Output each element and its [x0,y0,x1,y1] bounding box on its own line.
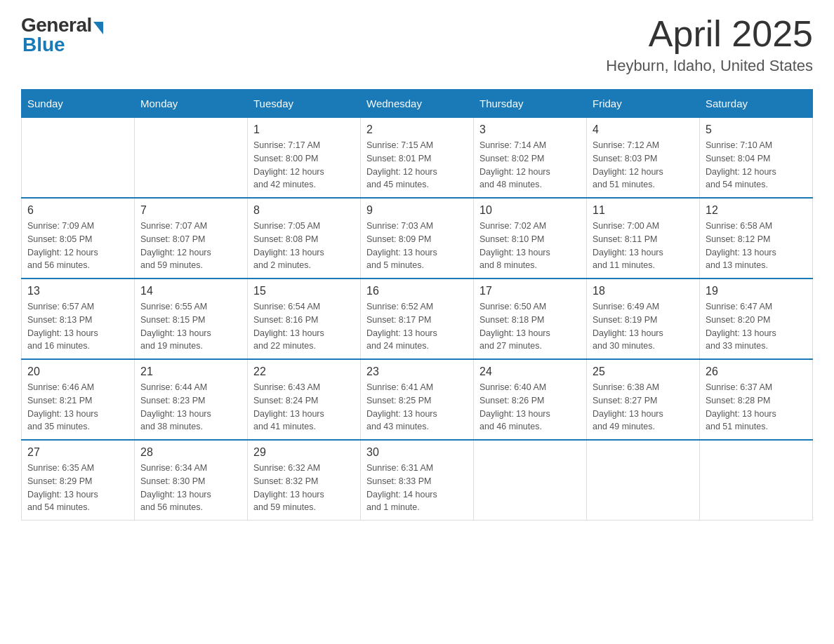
day-info: Sunrise: 6:40 AMSunset: 8:26 PMDaylight:… [479,381,581,434]
day-info: Sunrise: 6:50 AMSunset: 8:18 PMDaylight:… [479,300,581,353]
calendar-cell: 20Sunrise: 6:46 AMSunset: 8:21 PMDayligh… [22,359,135,440]
calendar-cell [474,440,587,521]
day-number: 11 [593,204,694,217]
calendar-cell: 18Sunrise: 6:49 AMSunset: 8:19 PMDayligh… [587,279,700,359]
calendar-cell: 16Sunrise: 6:52 AMSunset: 8:17 PMDayligh… [361,279,474,359]
calendar-header-monday: Monday [135,90,248,117]
day-info: Sunrise: 7:09 AMSunset: 8:05 PMDaylight:… [27,220,128,272]
day-info: Sunrise: 6:32 AMSunset: 8:32 PMDaylight:… [253,462,355,514]
day-number: 10 [479,204,581,217]
calendar-cell: 22Sunrise: 6:43 AMSunset: 8:24 PMDayligh… [248,359,361,440]
calendar-week-row-1: 1Sunrise: 7:17 AMSunset: 8:00 PMDaylight… [22,117,813,198]
calendar-week-row-2: 6Sunrise: 7:09 AMSunset: 8:05 PMDaylight… [22,198,813,279]
day-number: 24 [479,365,581,378]
calendar-cell: 30Sunrise: 6:31 AMSunset: 8:33 PMDayligh… [361,440,474,521]
calendar-cell [700,440,813,521]
day-number: 18 [593,285,694,297]
day-number: 23 [366,365,468,378]
day-number: 26 [706,365,807,378]
calendar-header-tuesday: Tuesday [248,90,361,117]
calendar-cell: 15Sunrise: 6:54 AMSunset: 8:16 PMDayligh… [248,279,361,359]
day-number: 9 [366,204,468,217]
day-number: 13 [27,285,128,297]
logo-arrow-icon [93,22,103,34]
calendar-cell: 1Sunrise: 7:17 AMSunset: 8:00 PMDaylight… [248,117,361,198]
day-number: 16 [366,285,468,297]
day-number: 27 [27,446,128,459]
day-info: Sunrise: 7:03 AMSunset: 8:09 PMDaylight:… [366,220,468,272]
day-number: 4 [593,123,694,136]
calendar-cell [135,117,248,198]
calendar-cell: 4Sunrise: 7:12 AMSunset: 8:03 PMDaylight… [587,117,700,198]
day-number: 29 [253,446,355,459]
calendar-cell: 14Sunrise: 6:55 AMSunset: 8:15 PMDayligh… [135,279,248,359]
calendar-cell: 23Sunrise: 6:41 AMSunset: 8:25 PMDayligh… [361,359,474,440]
day-number: 12 [706,204,807,217]
location-subtitle: Heyburn, Idaho, United States [606,57,813,75]
calendar-header-friday: Friday [587,90,700,117]
page-header: General Blue April 2025 Heyburn, Idaho, … [21,14,813,75]
calendar-header-wednesday: Wednesday [361,90,474,117]
calendar-table: SundayMondayTuesdayWednesdayThursdayFrid… [21,89,813,521]
day-number: 25 [593,365,694,378]
day-number: 8 [253,204,355,217]
logo: General Blue [21,14,103,56]
calendar-week-row-3: 13Sunrise: 6:57 AMSunset: 8:13 PMDayligh… [22,279,813,359]
day-number: 5 [706,123,807,136]
day-info: Sunrise: 7:07 AMSunset: 8:07 PMDaylight:… [140,220,241,272]
day-info: Sunrise: 6:31 AMSunset: 8:33 PMDaylight:… [366,462,468,514]
calendar-cell: 28Sunrise: 6:34 AMSunset: 8:30 PMDayligh… [135,440,248,521]
day-info: Sunrise: 6:43 AMSunset: 8:24 PMDaylight:… [253,381,355,434]
day-number: 20 [27,365,128,378]
day-number: 3 [479,123,581,136]
calendar-cell: 3Sunrise: 7:14 AMSunset: 8:02 PMDaylight… [474,117,587,198]
day-info: Sunrise: 6:47 AMSunset: 8:20 PMDaylight:… [706,300,807,353]
calendar-header-row: SundayMondayTuesdayWednesdayThursdayFrid… [22,90,813,117]
calendar-cell [22,117,135,198]
day-number: 1 [253,123,355,136]
calendar-cell: 29Sunrise: 6:32 AMSunset: 8:32 PMDayligh… [248,440,361,521]
day-info: Sunrise: 7:05 AMSunset: 8:08 PMDaylight:… [253,220,355,272]
day-number: 19 [706,285,807,297]
day-number: 6 [27,204,128,217]
day-info: Sunrise: 6:38 AMSunset: 8:27 PMDaylight:… [593,381,694,434]
day-info: Sunrise: 7:12 AMSunset: 8:03 PMDaylight:… [593,139,694,192]
calendar-header-thursday: Thursday [474,90,587,117]
day-number: 7 [140,204,241,217]
calendar-cell: 5Sunrise: 7:10 AMSunset: 8:04 PMDaylight… [700,117,813,198]
calendar-cell: 7Sunrise: 7:07 AMSunset: 8:07 PMDaylight… [135,198,248,279]
day-number: 30 [366,446,468,459]
calendar-cell: 19Sunrise: 6:47 AMSunset: 8:20 PMDayligh… [700,279,813,359]
calendar-cell: 24Sunrise: 6:40 AMSunset: 8:26 PMDayligh… [474,359,587,440]
page-title: April 2025 [606,14,813,54]
day-info: Sunrise: 7:15 AMSunset: 8:01 PMDaylight:… [366,139,468,192]
day-info: Sunrise: 6:58 AMSunset: 8:12 PMDaylight:… [706,220,807,272]
day-info: Sunrise: 6:44 AMSunset: 8:23 PMDaylight:… [140,381,241,434]
calendar-cell: 12Sunrise: 6:58 AMSunset: 8:12 PMDayligh… [700,198,813,279]
calendar-cell: 2Sunrise: 7:15 AMSunset: 8:01 PMDaylight… [361,117,474,198]
day-info: Sunrise: 6:37 AMSunset: 8:28 PMDaylight:… [706,381,807,434]
day-info: Sunrise: 6:54 AMSunset: 8:16 PMDaylight:… [253,300,355,353]
day-info: Sunrise: 6:35 AMSunset: 8:29 PMDaylight:… [27,462,128,514]
day-number: 15 [253,285,355,297]
calendar-cell: 9Sunrise: 7:03 AMSunset: 8:09 PMDaylight… [361,198,474,279]
day-info: Sunrise: 6:49 AMSunset: 8:19 PMDaylight:… [593,300,694,353]
calendar-header-saturday: Saturday [700,90,813,117]
calendar-cell: 10Sunrise: 7:02 AMSunset: 8:10 PMDayligh… [474,198,587,279]
day-info: Sunrise: 6:41 AMSunset: 8:25 PMDaylight:… [366,381,468,434]
day-number: 21 [140,365,241,378]
calendar-header-sunday: Sunday [22,90,135,117]
day-info: Sunrise: 7:17 AMSunset: 8:00 PMDaylight:… [253,139,355,192]
calendar-cell: 13Sunrise: 6:57 AMSunset: 8:13 PMDayligh… [22,279,135,359]
calendar-cell [587,440,700,521]
calendar-cell: 25Sunrise: 6:38 AMSunset: 8:27 PMDayligh… [587,359,700,440]
calendar-week-row-5: 27Sunrise: 6:35 AMSunset: 8:29 PMDayligh… [22,440,813,521]
day-info: Sunrise: 6:34 AMSunset: 8:30 PMDaylight:… [140,462,241,514]
day-number: 14 [140,285,241,297]
logo-blue-text: Blue [22,34,65,56]
day-info: Sunrise: 6:52 AMSunset: 8:17 PMDaylight:… [366,300,468,353]
day-info: Sunrise: 7:00 AMSunset: 8:11 PMDaylight:… [593,220,694,272]
day-info: Sunrise: 6:57 AMSunset: 8:13 PMDaylight:… [27,300,128,353]
calendar-cell: 26Sunrise: 6:37 AMSunset: 8:28 PMDayligh… [700,359,813,440]
day-info: Sunrise: 7:02 AMSunset: 8:10 PMDaylight:… [479,220,581,272]
